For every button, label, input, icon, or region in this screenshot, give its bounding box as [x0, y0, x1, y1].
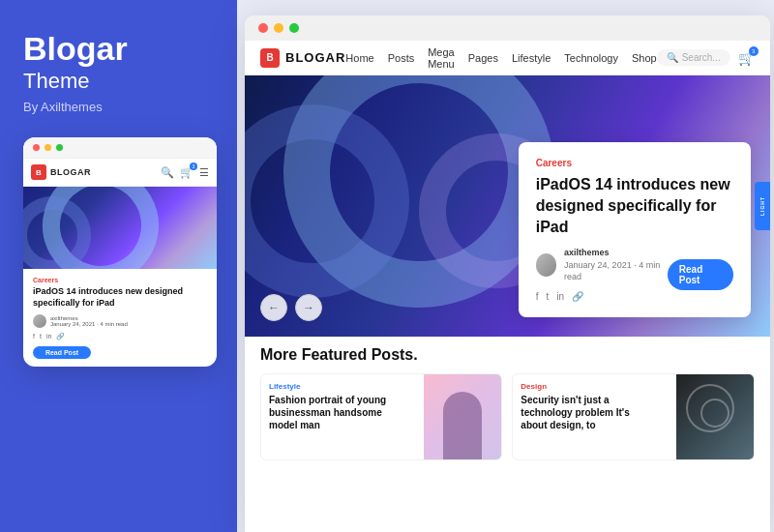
main-nav-right: 🔍 Search... 🛒 3 — [657, 49, 755, 66]
main-logo-text: BLOGAR — [285, 50, 345, 65]
hero-twitter-icon[interactable]: t — [546, 291, 549, 302]
main-cart-icon[interactable]: 🛒 3 — [738, 50, 755, 66]
brand-subtitle: Theme — [23, 69, 89, 94]
main-browser-mockup: B BLOGAR Home Posts Mega Menu Pages Life… — [245, 15, 770, 532]
mini-browser-mockup: B BLOGAR 🔍 🛒 3 ☰ Careers iPadOS 14 intro… — [23, 137, 217, 366]
nav-pages[interactable]: Pages — [468, 52, 498, 64]
hero-card-category: Careers — [536, 158, 733, 168]
nav-technology[interactable]: Technology — [564, 52, 618, 64]
featured-card-1-category: Lifestyle — [269, 382, 406, 391]
mini-author-row: axilthemes January 24, 2021 · 4 min read — [33, 314, 207, 328]
brand-by: By Axilthemes — [23, 100, 103, 114]
right-panel: B BLOGAR Home Posts Mega Menu Pages Life… — [237, 0, 774, 532]
mini-social-row: f t in 🔗 — [33, 333, 207, 340]
featured-grid: Lifestyle Fashion portrait of young busi… — [260, 373, 755, 460]
tech-circle-2 — [700, 399, 729, 428]
hero-card-author-meta: January 24, 2021 · 4 min read — [564, 259, 668, 283]
mini-facebook-icon[interactable]: f — [33, 333, 35, 340]
hero-facebook-icon[interactable]: f — [536, 291, 539, 302]
main-dot-green — [289, 23, 299, 33]
main-search-box[interactable]: 🔍 Search... — [657, 49, 730, 66]
mini-dot-green — [56, 144, 63, 151]
brand-title: Blogar — [23, 31, 128, 67]
main-hero: ← → Careers iPadOS 14 introduces new des… — [245, 75, 770, 337]
main-nav-left: B BLOGAR — [260, 48, 345, 68]
hero-arrows: ← → — [260, 294, 322, 321]
hero-overlay-card: Careers iPadOS 14 introduces new designe… — [519, 142, 751, 317]
featured-section-title: More Featured Posts. — [260, 346, 755, 364]
mini-category: Careers — [33, 277, 207, 283]
left-panel: Blogar Theme By Axilthemes B BLOGAR 🔍 🛒 … — [0, 0, 237, 532]
featured-card-1-title: Fashion portrait of young businessman ha… — [269, 394, 406, 431]
main-cart-badge: 3 — [749, 46, 759, 56]
mini-author-meta: January 24, 2021 · 4 min read — [50, 321, 128, 327]
hero-card-author-row: axilthemes January 24, 2021 · 4 min read — [536, 247, 668, 283]
mini-search-icon[interactable]: 🔍 — [161, 166, 174, 179]
featured-card-2-title: Security isn't just a technology problem… — [521, 394, 658, 431]
mini-avatar — [33, 314, 46, 328]
mini-browser-bar — [23, 137, 217, 159]
hero-read-btn[interactable]: Read Post — [668, 259, 733, 290]
hero-card-avatar — [536, 253, 556, 277]
nav-mega-menu[interactable]: Mega Menu — [428, 46, 455, 70]
hero-light-toggle[interactable]: LIGHT — [755, 182, 770, 230]
mini-menu-icon[interactable]: ☰ — [199, 166, 209, 179]
hero-link-icon[interactable]: 🔗 — [572, 291, 583, 302]
main-search-icon: 🔍 — [667, 52, 678, 63]
hero-card-title: iPadOS 14 introduces new designed specif… — [536, 174, 733, 237]
featured-card-2-image — [676, 374, 754, 459]
featured-section: More Featured Posts. Lifestyle Fashion p… — [245, 337, 770, 532]
mini-nav-icons: 🔍 🛒 3 ☰ — [161, 166, 209, 179]
featured-card-2-content: Design Security isn't just a technology … — [513, 374, 666, 459]
nav-lifestyle[interactable]: Lifestyle — [512, 52, 551, 64]
featured-card-1-image — [424, 374, 501, 459]
hero-card-author-info: axilthemes January 24, 2021 · 4 min read — [564, 247, 668, 283]
featured-card-1-content: Lifestyle Fashion portrait of young busi… — [261, 374, 414, 459]
main-dot-yellow — [274, 23, 283, 33]
main-nav: B BLOGAR Home Posts Mega Menu Pages Life… — [245, 41, 770, 75]
mini-dot-yellow — [45, 144, 51, 151]
mini-twitter-icon[interactable]: t — [40, 333, 42, 340]
main-logo-icon: B — [260, 48, 280, 68]
hero-linkedin-icon[interactable]: in — [556, 291, 564, 302]
mini-logo-icon: B — [31, 164, 46, 180]
main-browser-bar — [245, 15, 770, 41]
mini-linkedin-icon[interactable]: in — [46, 333, 51, 340]
mini-nav: B BLOGAR 🔍 🛒 3 ☰ — [23, 159, 217, 187]
mini-read-btn[interactable]: Read Post — [33, 346, 91, 359]
hero-card-social: f t in 🔗 — [536, 291, 668, 302]
hero-card-left: axilthemes January 24, 2021 · 4 min read… — [536, 247, 668, 302]
mini-content: Careers iPadOS 14 introduces new designe… — [23, 269, 217, 366]
mini-logo-text: BLOGAR — [50, 167, 91, 177]
nav-posts[interactable]: Posts — [388, 52, 415, 64]
main-dot-red — [258, 23, 268, 33]
mini-cart-badge: 3 — [190, 163, 197, 170]
mini-post-title: iPadOS 14 introduces new designed specif… — [33, 286, 207, 309]
main-search-placeholder: Search... — [682, 52, 721, 63]
featured-card-1[interactable]: Lifestyle Fashion portrait of young busi… — [260, 373, 502, 460]
mini-author-info: axilthemes January 24, 2021 · 4 min read — [50, 315, 128, 327]
hero-prev-arrow[interactable]: ← — [260, 294, 287, 321]
mini-cart-icon[interactable]: 🛒 3 — [180, 166, 194, 179]
mini-logo-area: B BLOGAR — [31, 164, 91, 180]
nav-home[interactable]: Home — [345, 52, 373, 64]
featured-card-2-category: Design — [521, 382, 658, 391]
featured-card-2[interactable]: Design Security isn't just a technology … — [512, 373, 754, 460]
hero-next-arrow[interactable]: → — [295, 294, 322, 321]
hero-card-author-name: axilthemes — [564, 247, 668, 259]
mini-dot-red — [33, 144, 40, 151]
main-nav-links: Home Posts Mega Menu Pages Lifestyle Tec… — [345, 46, 656, 70]
person-silhouette — [443, 392, 482, 459]
mini-link-icon[interactable]: 🔗 — [56, 333, 65, 340]
hero-card-bottom: axilthemes January 24, 2021 · 4 min read… — [536, 247, 733, 302]
hero-toggle-label: LIGHT — [759, 196, 765, 216]
nav-shop[interactable]: Shop — [632, 52, 657, 64]
mini-hero-image — [23, 187, 217, 269]
